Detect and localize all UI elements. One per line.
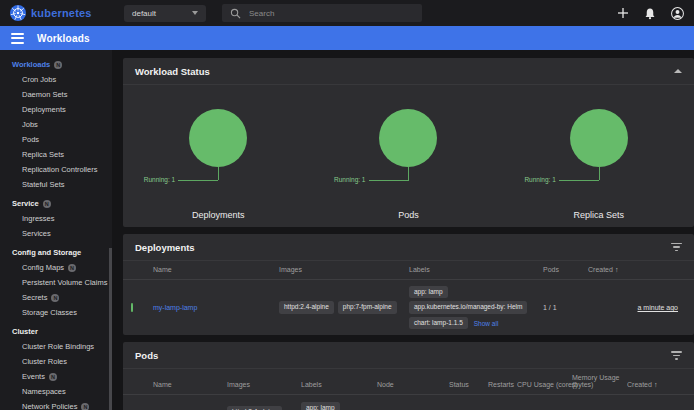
top-actions — [617, 7, 684, 20]
sidebar-section-config-and-storage: Config and Storage — [0, 245, 112, 260]
namespaced-badge-icon: N — [51, 294, 59, 302]
menu-button[interactable] — [11, 33, 24, 44]
namespaced-badge-icon: N — [68, 264, 76, 272]
column-header-name: Name — [153, 381, 227, 388]
created-timestamp: a minute ago — [638, 304, 678, 311]
namespaced-badge-icon: N — [81, 403, 89, 410]
sort-ascending-icon: ↑ — [654, 381, 658, 388]
sidebar-item-ingresses[interactable]: Ingresses — [0, 211, 112, 226]
sidebar-item-persistent-volume-claims[interactable]: Persistent Volume Claims N — [0, 275, 112, 290]
sidebar-item-storage-classes[interactable]: Storage Classes — [0, 305, 112, 320]
sidebar-item-replication-controllers[interactable]: Replication Controllers — [0, 162, 112, 177]
sidebar-item-replica-sets[interactable]: Replica Sets — [0, 147, 112, 162]
table-row: my-lamp-lamp-5fd985cf68-jwvz4 httpd:2.4-… — [123, 395, 694, 410]
column-header-created[interactable]: Created↑ — [627, 381, 694, 388]
sidebar-item-secrets[interactable]: Secrets N — [0, 290, 112, 305]
pods-card: Pods Name Images Labels Node Status Rest… — [123, 342, 694, 410]
show-all-link[interactable]: Show all — [474, 320, 499, 327]
namespaced-badge-icon: N — [111, 279, 112, 287]
brand[interactable]: kubernetes — [10, 5, 110, 21]
deployments-donut-chart: Running: 1 Deployments — [123, 85, 313, 227]
donut-running-slice — [379, 109, 437, 167]
account-button[interactable] — [671, 7, 684, 20]
label-chip: chart: lamp-1.1.5 — [409, 317, 468, 329]
page-title: Workloads — [37, 33, 90, 44]
column-header-node: Node — [377, 381, 449, 388]
filter-icon[interactable] — [671, 243, 682, 252]
image-chip: php:7-fpm-alpine — [338, 301, 397, 313]
namespace-value: default — [132, 9, 156, 18]
sidebar-item-stateful-sets[interactable]: Stateful Sets — [0, 177, 112, 192]
namespaced-badge-icon: N — [43, 200, 51, 208]
running-annotation: Running: 1 — [334, 176, 365, 183]
column-header-created[interactable]: Created↑ — [588, 266, 694, 273]
column-header-memory-usage: Memory Usage (bytes) — [572, 374, 627, 388]
sidebar-item-network-policies[interactable]: Network Policies N — [0, 399, 112, 410]
notifications-button[interactable] — [644, 7, 656, 20]
sidebar-item-cron-jobs[interactable]: Cron Jobs — [0, 72, 112, 87]
column-header-status: Status — [449, 381, 488, 388]
namespaced-badge-icon: N — [49, 373, 57, 381]
sort-ascending-icon: ↑ — [615, 266, 619, 273]
filter-icon[interactable] — [671, 351, 682, 360]
create-button[interactable] — [617, 7, 629, 19]
namespace-select[interactable]: default — [124, 5, 206, 22]
column-header-pods: Pods — [543, 266, 588, 273]
sidebar-item-daemon-sets[interactable]: Daemon Sets — [0, 87, 112, 102]
chart-label: Deployments — [123, 210, 313, 220]
kubernetes-logo-icon — [10, 5, 26, 21]
column-header-name: Name — [153, 266, 279, 273]
donut-running-slice — [189, 109, 247, 167]
collapse-card-button[interactable] — [674, 69, 682, 73]
column-header-images: Images — [279, 266, 409, 273]
brand-text: kubernetes — [31, 7, 92, 19]
donut-running-slice — [570, 109, 628, 167]
sidebar-item-events[interactable]: Events N — [0, 369, 112, 384]
deployments-table-header: Name Images Labels Pods Created↑ — [123, 261, 694, 280]
chart-label: Pods — [313, 210, 503, 220]
workload-status-charts: Running: 1 Deployments Running: 1 Pods R… — [123, 85, 694, 227]
pods-ratio: 1 / 1 — [543, 304, 588, 311]
sidebar-item-jobs[interactable]: Jobs — [0, 117, 112, 132]
image-chip: httpd:2.4-alpine — [279, 301, 334, 313]
sidebar-item-workloads[interactable]: Workloads N — [0, 57, 112, 72]
deployments-title: Deployments — [135, 242, 195, 253]
replica-sets-donut-chart: Running: 1 Replica Sets — [504, 85, 694, 227]
label-chip: app: lamp — [409, 286, 448, 298]
sidebar-section-cluster: Cluster — [0, 324, 112, 339]
sidebar-item-config-maps[interactable]: Config Maps N — [0, 260, 112, 275]
table-row: my-lamp-lamp httpd:2.4-alpine php:7-fpm-… — [123, 280, 694, 335]
workload-status-title: Workload Status — [135, 66, 210, 77]
top-bar: kubernetes default — [0, 0, 694, 26]
image-chip: httpd:2.4-alpine — [227, 406, 282, 410]
column-header-labels: Labels — [409, 266, 543, 273]
label-chip: app.kubernetes.io/managed-by: Helm — [409, 301, 527, 313]
app-bar: Workloads — [0, 26, 694, 50]
column-header-cpu-usage: CPU Usage (cores) — [517, 381, 572, 388]
sidebar-item-deployments[interactable]: Deployments — [0, 102, 112, 117]
workload-status-card: Workload Status Running: 1 Deployments R… — [123, 58, 694, 227]
sidebar-item-pods[interactable]: Pods — [0, 132, 112, 147]
sidebar-item-cluster-roles[interactable]: Cluster Roles — [0, 354, 112, 369]
sidebar-item-service[interactable]: Service N — [0, 196, 112, 211]
namespaced-badge-icon: N — [54, 61, 62, 69]
chart-label: Replica Sets — [504, 210, 694, 220]
sidebar-item-namespaces[interactable]: Namespaces — [0, 384, 112, 399]
main-content: Workload Status Running: 1 Deployments R… — [112, 50, 694, 410]
deployments-card: Deployments Name Images Labels Pods Crea… — [123, 234, 694, 335]
status-ok-icon — [131, 303, 133, 312]
search-input[interactable] — [249, 9, 414, 18]
chevron-down-icon — [192, 11, 198, 15]
search-bar[interactable] — [222, 4, 422, 22]
pods-title: Pods — [135, 350, 158, 361]
search-icon — [230, 8, 241, 19]
column-header-images: Images — [227, 381, 301, 388]
label-chip: app: lamp — [301, 402, 340, 410]
pods-donut-chart: Running: 1 Pods — [313, 85, 503, 227]
sidebar-item-services[interactable]: Services — [0, 226, 112, 241]
kubernetes-dashboard: kubernetes default — [0, 0, 694, 410]
column-header-labels: Labels — [301, 381, 377, 388]
sidebar-item-cluster-role-bindings[interactable]: Cluster Role Bindings — [0, 339, 112, 354]
sidebar-nav: Workloads N Cron Jobs Daemon Sets Deploy… — [0, 50, 112, 410]
deployment-name-link[interactable]: my-lamp-lamp — [153, 304, 197, 311]
